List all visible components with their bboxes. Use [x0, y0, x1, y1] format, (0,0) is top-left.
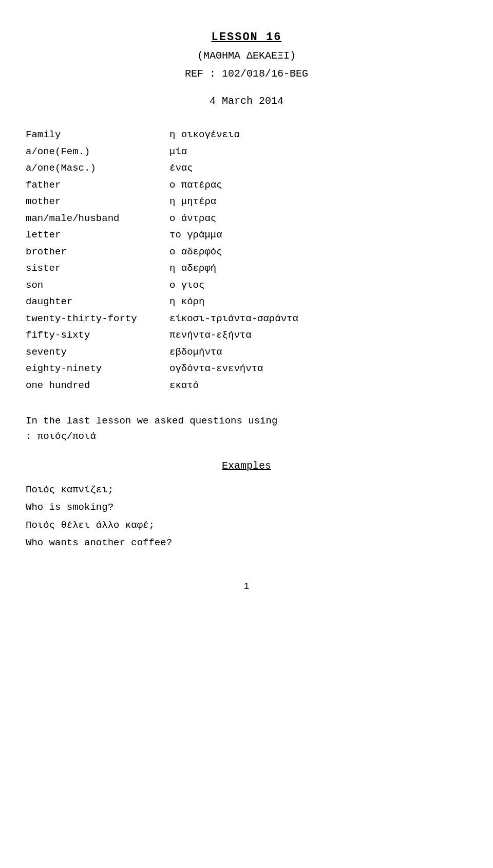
vocab-row: man/male/husbandο άντρας	[26, 211, 467, 226]
numbers-row: one hundredεκατό	[26, 378, 467, 393]
vocab-english: man/male/husband	[26, 211, 169, 226]
numbers-greek: πενήντα-εξήντα	[169, 328, 467, 343]
vocab-row: sisterη αδερφή	[26, 261, 467, 276]
title-section: LESSON 16 (ΜΑΘΗΜΑ ΔΕΚΑΕΞΙ) REF : 102/018…	[26, 31, 467, 107]
vocab-row: sonο γιος	[26, 278, 467, 293]
vocab-english: brother	[26, 245, 169, 260]
vocab-row: Familyη οικογένεια	[26, 127, 467, 142]
lesson-title: LESSON 16	[26, 31, 467, 44]
vocab-english: sister	[26, 261, 169, 276]
vocab-row: a/one(Fem.)μία	[26, 144, 467, 159]
vocab-english: a/one(Masc.)	[26, 161, 169, 176]
example-greek: Ποιός θέλει άλλο καφέ;	[26, 518, 467, 533]
numbers-greek: εβδομήντα	[169, 345, 467, 360]
vocab-row: brotherο αδερφός	[26, 245, 467, 260]
vocab-greek: το γράμμα	[169, 228, 467, 243]
numbers-english: twenty-thirty-forty	[26, 311, 169, 326]
page-content: LESSON 16 (ΜΑΘΗΜΑ ΔΕΚΑΕΞΙ) REF : 102/018…	[26, 31, 467, 592]
vocab-row: motherη μητέρα	[26, 194, 467, 209]
date-line: 4 March 2014	[26, 95, 467, 107]
ref-line: REF : 102/018/16-BEG	[26, 68, 467, 80]
example-english: Who wants another coffee?	[26, 535, 467, 550]
subtitle: (ΜΑΘΗΜΑ ΔΕΚΑΕΞΙ)	[26, 50, 467, 62]
examples-section: Examples Ποιός καπνίζει;Who is smoking?Π…	[26, 460, 467, 551]
numbers-english: one hundred	[26, 378, 169, 393]
vocab-english: Family	[26, 127, 169, 142]
narrative-section: In the last lesson we asked questions us…	[26, 413, 467, 445]
numbers-row: fifty-sixtyπενήντα-εξήντα	[26, 328, 467, 343]
vocab-row: daughterη κόρη	[26, 294, 467, 309]
vocab-greek: ο αδερφός	[169, 245, 467, 260]
vocab-greek: η οικογένεια	[169, 127, 467, 142]
numbers-greek: εκατό	[169, 378, 467, 393]
vocab-row: fatherο πατέρας	[26, 178, 467, 193]
vocab-english: a/one(Fem.)	[26, 144, 169, 159]
example-greek: Ποιός καπνίζει;	[26, 482, 467, 497]
vocab-row: a/one(Masc.)ένας	[26, 161, 467, 176]
vocab-greek: η αδερφή	[169, 261, 467, 276]
vocab-greek: ο γιος	[169, 278, 467, 293]
vocab-greek: ο πατέρας	[169, 178, 467, 193]
example-english: Who is smoking?	[26, 500, 467, 515]
numbers-greek: είκοσι-τριάντα-σαράντα	[169, 311, 467, 326]
vocab-greek: ο άντρας	[169, 211, 467, 226]
vocab-english: daughter	[26, 294, 169, 309]
numbers-english: seventy	[26, 345, 169, 360]
numbers-english: fifty-sixty	[26, 328, 169, 343]
page-number: 1	[26, 581, 467, 592]
vocab-greek: ένας	[169, 161, 467, 176]
numbers-row: eighty-ninetyογδόντα-ενενήντα	[26, 361, 467, 376]
vocab-english: son	[26, 278, 169, 293]
numbers-row: seventyεβδομήντα	[26, 345, 467, 360]
vocab-english: mother	[26, 194, 169, 209]
vocab-greek: μία	[169, 144, 467, 159]
vocab-greek: η κόρη	[169, 294, 467, 309]
vocab-english: letter	[26, 228, 169, 243]
vocabulary-section: Familyη οικογένειαa/one(Fem.)μίαa/one(Ma…	[26, 127, 467, 393]
vocab-row: letterτο γράμμα	[26, 228, 467, 243]
numbers-english: eighty-ninety	[26, 361, 169, 376]
vocab-english: father	[26, 178, 169, 193]
numbers-greek: ογδόντα-ενενήντα	[169, 361, 467, 376]
examples-title: Examples	[26, 460, 467, 472]
numbers-row: twenty-thirty-fortyείκοσι-τριάντα-σαράντ…	[26, 311, 467, 326]
vocab-greek: η μητέρα	[169, 194, 467, 209]
